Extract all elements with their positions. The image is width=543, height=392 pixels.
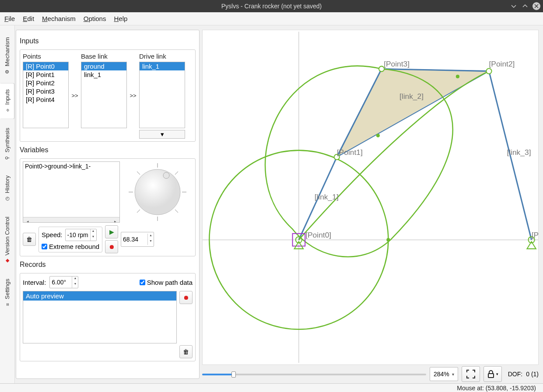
tab-history[interactable]: ◷History <box>0 169 14 208</box>
list-item[interactable]: link_1 <box>81 70 126 79</box>
points-header: Points <box>23 52 69 60</box>
arrow-right-icon: >> <box>129 92 137 99</box>
svg-point-28 <box>456 75 459 78</box>
lock-view-button[interactable]: ▾ <box>483 366 502 382</box>
tab-synthesis[interactable]: ⚲Synthesis <box>0 121 14 167</box>
zoom-combo[interactable]: 284% ▾ <box>430 367 458 381</box>
clock-icon: ◷ <box>4 196 10 201</box>
canvas-label: [Point3] <box>384 60 410 68</box>
trash-icon: 🗑 <box>183 348 189 355</box>
tab-version-control[interactable]: ◆Version Control <box>0 210 14 270</box>
mouse-coords: (53.808, -15.9203) <box>486 385 536 392</box>
canvas-label: [link_2] <box>399 92 424 101</box>
base-link-listbox[interactable]: ground link_1 <box>81 62 127 128</box>
menu-options[interactable]: Options <box>84 15 106 22</box>
horizontal-scrollbar[interactable]: ◂▸ <box>23 217 119 222</box>
chevron-down-icon: ▾ <box>452 372 454 377</box>
menu-edit[interactable]: Edit <box>23 15 34 22</box>
close-icon[interactable] <box>532 2 540 10</box>
canvas-label: [P <box>532 231 538 239</box>
svg-line-9 <box>137 172 140 175</box>
record-path-button[interactable]: ⏺ <box>179 291 193 304</box>
menu-mechanism[interactable]: Mechanism <box>42 15 76 22</box>
interval-input[interactable] <box>50 278 72 287</box>
statusbar: Mouse at: (53.808, -15.9203) <box>0 383 543 392</box>
dof-label: DOF: <box>508 371 522 378</box>
gear-icon: ⚙ <box>4 70 10 74</box>
base-link-header: Base link <box>81 52 127 60</box>
svg-line-3 <box>175 172 178 175</box>
svg-point-27 <box>486 68 491 74</box>
fit-view-button[interactable] <box>462 366 480 382</box>
angle-input[interactable] <box>121 235 147 244</box>
diamond-icon: ◆ <box>4 259 10 262</box>
delete-variable-button[interactable]: 🗑 <box>23 233 36 246</box>
canvas-label: [Point1] <box>337 148 363 157</box>
mechanism-canvas[interactable]: [Point0] [Point1] [Point2] [Point3] [lin… <box>202 30 539 365</box>
zoom-slider[interactable] <box>202 370 426 378</box>
records-listbox[interactable]: Auto preview <box>23 291 177 343</box>
svg-point-10 <box>135 169 180 215</box>
drive-link-listbox[interactable]: link_1 <box>139 62 185 128</box>
spin-up-icon[interactable]: ▲ <box>147 234 154 239</box>
tab-mechanism[interactable]: ⚙Mechanism <box>0 31 14 81</box>
svg-line-5 <box>175 210 178 213</box>
spin-up-icon[interactable]: ▲ <box>72 276 78 282</box>
vertical-tabs: ⚙Mechanism ⎆Inputs ⚲Synthesis ◷History ◆… <box>0 25 15 383</box>
window-title: Pyslvs - Crank rocker (not yet saved) <box>221 3 322 10</box>
speed-label: Speed: <box>42 231 63 238</box>
list-item[interactable]: ground <box>81 62 126 70</box>
tab-settings[interactable]: ≡Settings <box>0 272 14 314</box>
menu-file[interactable]: File <box>4 15 15 22</box>
record-icon: ⏺ <box>183 294 189 301</box>
list-item[interactable]: link_1 <box>140 62 185 70</box>
show-path-checkbox[interactable]: Show path data <box>140 279 193 286</box>
spin-down-icon[interactable]: ▼ <box>90 235 96 241</box>
list-item[interactable]: Auto preview <box>23 291 176 301</box>
spin-up-icon[interactable]: ▲ <box>90 229 96 235</box>
delete-record-button[interactable]: 🗑 <box>179 345 193 358</box>
section-variables-title: Variables <box>20 146 196 154</box>
extreme-rebound-checkbox[interactable]: Extreme rebound <box>42 243 99 250</box>
inputs-icon: ⎆ <box>5 108 10 112</box>
expand-drive-button[interactable]: ▾ <box>139 130 185 139</box>
list-item[interactable]: [R] Point4 <box>23 95 68 104</box>
svg-point-30 <box>386 238 390 242</box>
angle-dial[interactable] <box>123 161 193 223</box>
list-item[interactable]: [R] Point2 <box>23 79 68 87</box>
dof-value: 0 (1) <box>526 371 539 378</box>
svg-point-29 <box>376 134 380 137</box>
canvas-label: [link_3] <box>507 148 531 157</box>
points-listbox[interactable]: [R] Point0 [R] Point1 [R] Point2 [R] Poi… <box>23 62 69 128</box>
expand-icon <box>466 369 476 379</box>
record-icon: ⏺ <box>109 243 115 250</box>
list-item[interactable]: [R] Point3 <box>23 87 68 95</box>
speed-input[interactable] <box>66 231 90 239</box>
zoom-value: 284% <box>434 371 449 378</box>
list-item[interactable]: [R] Point1 <box>23 70 68 79</box>
speed-spinbox[interactable]: ▲▼ <box>65 229 97 241</box>
interval-spinbox[interactable]: ▲▼ <box>49 276 78 288</box>
list-item[interactable]: Point0->ground->link_1- <box>23 162 119 171</box>
sliders-icon: ≡ <box>4 303 10 305</box>
svg-line-7 <box>137 210 140 213</box>
chevron-down-icon: ▾ <box>161 130 164 138</box>
trash-icon: 🗑 <box>26 236 32 243</box>
lock-icon <box>487 370 495 378</box>
minimize-icon[interactable] <box>510 2 518 10</box>
menu-help[interactable]: Help <box>114 15 127 22</box>
maximize-icon[interactable] <box>521 2 529 10</box>
mouse-label: Mouse at: <box>457 385 483 392</box>
record-stop-button[interactable]: ⏺ <box>105 240 118 253</box>
angle-spinbox[interactable]: ▲▼ <box>121 232 154 247</box>
canvas-footer: 284% ▾ ▾ DOF: 0 (1) <box>202 365 539 383</box>
play-button[interactable]: ▶ <box>105 225 118 238</box>
chevron-down-icon: ▾ <box>496 372 498 376</box>
spin-down-icon[interactable]: ▼ <box>147 239 154 245</box>
list-item[interactable]: [R] Point0 <box>23 62 68 70</box>
titlebar: Pyslvs - Crank rocker (not yet saved) <box>0 0 543 12</box>
spin-down-icon[interactable]: ▼ <box>72 282 78 288</box>
variables-listbox[interactable]: Point0->ground->link_1- ◂▸ <box>23 161 120 223</box>
tab-inputs[interactable]: ⎆Inputs <box>0 83 14 119</box>
arrow-right-icon: >> <box>70 92 79 99</box>
